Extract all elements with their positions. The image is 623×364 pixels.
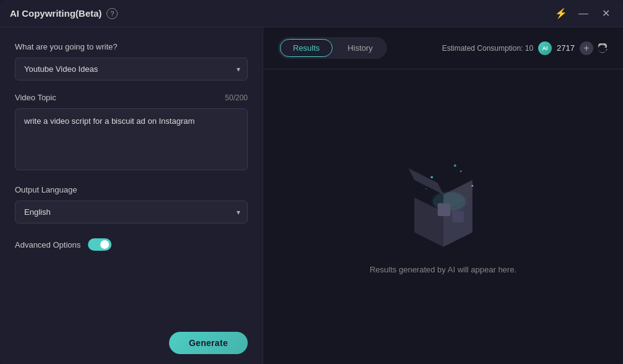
help-icon[interactable]: ?	[107, 8, 118, 19]
content-type-label: What are you going to write?	[15, 42, 248, 51]
output-language-section: Output Language English Spanish French G…	[15, 185, 248, 223]
output-language-select[interactable]: English Spanish French German Chinese	[15, 201, 248, 223]
title-bar-controls: ⚡ — ✕	[554, 6, 613, 21]
app-title: AI Copywriting(Beta)	[10, 8, 102, 19]
add-credits-button[interactable]: +	[580, 41, 593, 55]
char-count: 50/200	[225, 93, 248, 102]
svg-point-9	[471, 184, 473, 186]
generate-btn-wrapper: Generate	[15, 319, 248, 354]
credit-count: 2717	[557, 43, 575, 53]
pin-button[interactable]: ⚡	[554, 6, 569, 21]
ai-badge: AI	[538, 41, 552, 55]
right-header: Results History Estimated Consumption: 1…	[263, 27, 623, 69]
advanced-options-section: Advanced Options	[15, 236, 248, 251]
right-panel: Results History Estimated Consumption: 1…	[263, 27, 623, 364]
empty-state: Results generated by AI will appear here…	[263, 69, 623, 364]
output-language-wrapper: English Spanish French German Chinese ▾	[15, 201, 248, 223]
minimize-button[interactable]: —	[576, 6, 591, 21]
tab-history[interactable]: History	[335, 39, 385, 57]
svg-point-7	[430, 176, 433, 178]
toggle-thumb	[100, 240, 109, 249]
content-type-select[interactable]: Youtube Video Ideas Blog Post Email Ad C…	[15, 58, 248, 80]
empty-state-text: Results generated by AI will appear here…	[370, 265, 516, 274]
advanced-toggle[interactable]	[88, 238, 111, 251]
video-topic-section: Video Topic 50/200 write a video script …	[15, 93, 248, 173]
svg-rect-5	[437, 203, 450, 216]
svg-point-10	[425, 188, 426, 189]
title-bar-left: AI Copywriting(Beta) ?	[10, 8, 118, 19]
svg-rect-6	[452, 210, 464, 222]
svg-point-11	[453, 164, 456, 167]
consumption-label: Estimated Consumption: 10	[442, 44, 533, 53]
consumption-info: Estimated Consumption: 10 AI 2717 +	[442, 41, 608, 55]
app-window: AI Copywriting(Beta) ? ⚡ — ✕ What are yo…	[0, 0, 623, 364]
tab-group: Results History	[278, 37, 387, 59]
toggle-track	[88, 238, 111, 251]
left-panel: What are you going to write? Youtube Vid…	[0, 27, 263, 364]
output-language-label: Output Language	[15, 185, 248, 194]
video-topic-label: Video Topic	[15, 93, 56, 102]
video-topic-textarea[interactable]: write a video script for a biscuit ad on…	[15, 108, 248, 170]
tab-results[interactable]: Results	[280, 39, 333, 57]
content-type-section: What are you going to write? Youtube Vid…	[15, 42, 248, 80]
video-topic-label-row: Video Topic 50/200	[15, 93, 248, 102]
advanced-options-label: Advanced Options	[15, 240, 81, 249]
empty-illustration	[397, 160, 490, 253]
refresh-button[interactable]	[598, 43, 608, 53]
title-bar: AI Copywriting(Beta) ? ⚡ — ✕	[0, 0, 623, 27]
svg-point-8	[460, 170, 461, 172]
content-type-wrapper: Youtube Video Ideas Blog Post Email Ad C…	[15, 58, 248, 80]
generate-button[interactable]: Generate	[169, 332, 248, 354]
svg-marker-3	[408, 168, 443, 194]
refresh-icon	[598, 43, 608, 53]
advanced-options-row: Advanced Options	[15, 238, 248, 251]
close-button[interactable]: ✕	[598, 6, 613, 21]
main-content: What are you going to write? Youtube Vid…	[0, 27, 623, 364]
